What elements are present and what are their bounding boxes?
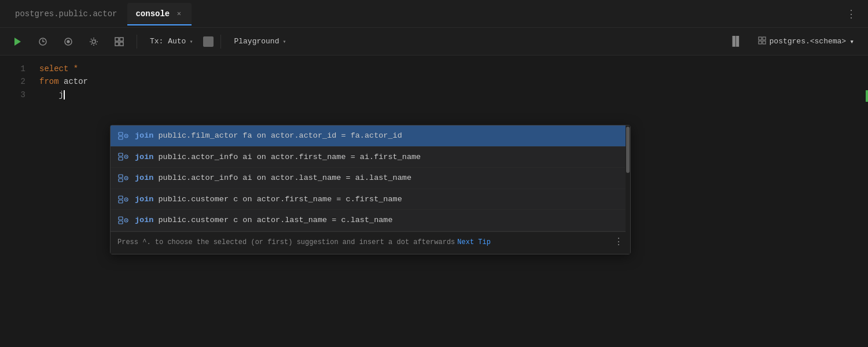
ac-item-4-text: join public.customer c on actor.first_na… [135,193,402,206]
svg-rect-17 [119,153,123,156]
tx-label: Tx: Auto [150,37,186,46]
svg-rect-25 [119,196,123,199]
ac-item-1-text: join public.film_actor fa on actor.actor… [135,130,402,142]
line-num-1: 1 [0,62,35,75]
svg-rect-18 [119,157,123,160]
svg-rect-21 [119,175,123,178]
code-line-3: j [35,88,860,101]
svg-rect-7 [115,42,119,46]
code-line-2: from actor [35,75,860,88]
schema-icon [758,36,766,47]
line-numbers: 1 2 3 [0,56,35,347]
svg-point-24 [126,178,127,179]
svg-point-4 [92,40,95,43]
autocomplete-popup: join public.film_actor fa on actor.actor… [110,125,631,254]
svg-point-16 [126,135,127,136]
history-button[interactable] [32,31,53,52]
svg-point-3 [67,40,69,43]
editor-change-mark [866,90,868,102]
ac-item-2-text: join public.actor_info ai on actor.first… [135,151,421,164]
code-line-1: select * [35,62,860,75]
playground-chevron: ▾ [282,38,286,45]
ac-icon-5 [117,215,129,226]
line-num-3: 3 [0,88,35,101]
ac-item-5-text: join public.customer c on actor.last_nam… [135,214,393,227]
svg-point-20 [126,156,127,157]
tab-console-label: console [135,9,170,19]
playground-label: Playground [234,37,279,46]
ac-item-3-text: join public.actor_info ai on actor.last_… [135,172,411,184]
schema-label: postgres.<schema> [770,37,847,46]
autocomplete-item-4[interactable]: join public.customer c on actor.first_na… [111,189,630,211]
autocomplete-item-1[interactable]: join public.film_actor fa on actor.actor… [111,125,630,147]
tab-menu-button[interactable]: ⋮ [841,5,861,23]
svg-point-32 [126,220,127,221]
run-button[interactable] [7,31,28,52]
toolbar-divider-1 [137,35,137,49]
tab-actor[interactable]: postgres.public.actor [7,3,125,25]
svg-rect-10 [763,37,766,40]
svg-rect-6 [120,38,123,41]
autocomplete-footer: Press ^. to choose the selected (or firs… [111,231,630,254]
svg-rect-30 [119,221,123,224]
svg-rect-13 [119,132,123,135]
autocomplete-item-2[interactable]: join public.actor_info ai on actor.first… [111,147,630,168]
toolbar: Tx: Auto ▾ Playground ▾ ▐▌ postgres.<sch… [0,28,868,56]
svg-rect-5 [115,38,119,41]
autocomplete-scroll-thumb [626,127,630,173]
split-button[interactable]: ▐▌ [726,31,746,52]
editor-container: 1 2 3 select * from actor j join public.… [0,56,868,347]
line-num-2: 2 [0,75,35,88]
svg-marker-0 [14,38,21,46]
tab-bar: postgres.public.actor console ✕ ⋮ [0,0,868,28]
tab-actor-label: postgres.public.actor [15,9,117,19]
toolbar-divider-2 [220,35,221,49]
svg-rect-9 [759,37,762,40]
schema-chevron: ▾ [849,37,854,46]
svg-rect-26 [119,200,123,203]
svg-rect-14 [119,136,123,139]
settings-button[interactable] [83,31,104,52]
pin-button[interactable] [58,31,79,52]
tab-close-icon[interactable]: ✕ [174,9,183,19]
ac-icon-4 [117,194,129,205]
grid-button[interactable] [109,31,130,52]
footer-menu-icon[interactable]: ⋮ [614,235,623,250]
schema-dropdown[interactable]: postgres.<schema> ▾ [751,34,861,49]
autocomplete-hint: Press ^. to choose the selected (or firs… [117,237,455,248]
playground-dropdown[interactable]: Playground ▾ [228,35,292,48]
svg-rect-12 [763,41,766,44]
svg-rect-22 [119,179,123,182]
editor-right-bar [860,56,868,347]
stop-button[interactable] [203,36,214,47]
svg-rect-11 [759,41,762,44]
next-tip-button[interactable]: Next Tip [457,237,491,248]
svg-rect-29 [119,217,123,220]
tab-console[interactable]: console ✕ [127,3,192,25]
svg-point-28 [126,199,127,200]
autocomplete-item-3[interactable]: join public.actor_info ai on actor.last_… [111,168,630,189]
ac-icon-2 [117,151,129,163]
ac-icon-1 [117,130,129,142]
code-editor[interactable]: select * from actor j join public.film_a… [35,56,860,347]
svg-rect-8 [120,42,123,46]
tx-chevron: ▾ [189,38,193,45]
ac-icon-3 [117,172,129,184]
autocomplete-item-5[interactable]: join public.customer c on actor.last_nam… [111,210,630,231]
tx-dropdown[interactable]: Tx: Auto ▾ [144,35,198,48]
autocomplete-scrollbar[interactable] [626,125,630,234]
